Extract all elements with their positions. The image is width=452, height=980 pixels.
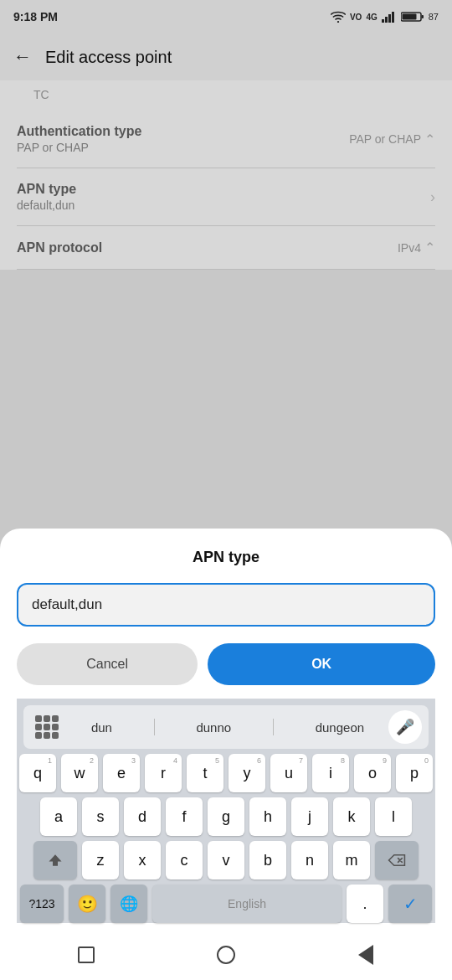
key-num-2: 2 <box>90 756 94 765</box>
status-icons: VO 4G 87 <box>331 11 439 23</box>
key-z[interactable]: z <box>82 841 119 879</box>
suggestion-dungeon[interactable]: dungeon <box>309 719 371 736</box>
partial-row: TC <box>17 80 435 111</box>
key-d[interactable]: d <box>124 797 161 836</box>
apn-type-row: APN type default,dun › <box>17 168 435 226</box>
keyboard: dun dunno dungeon 🎤 1 q 2 w 3 e <box>17 699 435 923</box>
mic-button[interactable]: 🎤 <box>388 710 422 744</box>
space-label: English <box>228 897 266 910</box>
delete-key[interactable] <box>375 841 419 879</box>
key-o[interactable]: 9 o <box>354 754 391 792</box>
svg-point-0 <box>337 21 339 23</box>
ok-button[interactable]: OK <box>208 643 435 685</box>
key-y[interactable]: 6 y <box>229 754 265 792</box>
key-r[interactable]: 4 r <box>145 754 182 792</box>
key-b[interactable]: b <box>249 841 286 879</box>
shift-key[interactable] <box>33 841 77 879</box>
recents-button[interactable] <box>69 938 103 972</box>
backspace-icon <box>388 854 406 867</box>
key-i[interactable]: 8 i <box>312 754 349 792</box>
wifi-icon <box>331 11 346 23</box>
suggestion-divider-1 <box>154 719 155 735</box>
key-c[interactable]: c <box>166 841 203 879</box>
keyboard-grid-button[interactable] <box>27 715 67 739</box>
key-h[interactable]: h <box>249 797 286 836</box>
back-nav-icon <box>358 945 373 965</box>
dialog-sheet: APN type Cancel OK dun dunno dungeon <box>0 529 452 980</box>
auth-type-row: Authentication type PAP or CHAP PAP or C… <box>17 111 435 168</box>
key-g[interactable]: g <box>208 797 244 836</box>
key-num-1: 1 <box>48 756 52 765</box>
key-f[interactable]: f <box>166 797 203 836</box>
partial-label: TC <box>33 88 49 101</box>
recents-icon <box>78 946 95 963</box>
key-k[interactable]: k <box>333 797 370 836</box>
apn-type-input[interactable] <box>32 596 420 613</box>
suggestion-items: dun dunno dungeon <box>67 719 388 736</box>
key-u[interactable]: 7 u <box>270 754 307 792</box>
svg-rect-2 <box>385 17 388 23</box>
key-num-9: 9 <box>383 756 387 765</box>
apn-protocol-row: APN protocol IPv4 ⌃ <box>17 226 435 270</box>
page-title: Edit access point <box>45 48 172 67</box>
apn-protocol-chevron-icon: ⌃ <box>424 240 435 255</box>
key-m[interactable]: m <box>333 841 370 879</box>
key-e[interactable]: 3 e <box>103 754 140 792</box>
key-num-6: 6 <box>257 756 261 765</box>
home-button[interactable] <box>209 938 243 972</box>
key-t[interactable]: 5 t <box>187 754 223 792</box>
suggestion-divider-2 <box>273 719 274 735</box>
emoji-icon: 🙂 <box>77 894 98 914</box>
svg-rect-4 <box>392 12 394 23</box>
key-v[interactable]: v <box>208 841 244 879</box>
key-a[interactable]: a <box>40 797 77 836</box>
status-bar: 9:18 PM VO 4G 87 <box>0 0 452 34</box>
auth-type-value: PAP or CHAP ⌃ <box>349 132 435 147</box>
back-button[interactable]: ← <box>13 46 32 68</box>
key-n[interactable]: n <box>291 841 328 879</box>
key-row-3: z x c v b n m <box>20 841 432 879</box>
space-key[interactable]: English <box>152 885 342 923</box>
checkmark-icon: ✓ <box>403 894 418 914</box>
back-nav-button[interactable] <box>349 938 383 972</box>
key-w[interactable]: 2 w <box>61 754 98 792</box>
suggestion-dun[interactable]: dun <box>85 719 119 736</box>
key-num-5: 5 <box>215 756 219 765</box>
apn-protocol-label: APN protocol <box>17 240 102 255</box>
key-j[interactable]: j <box>291 797 328 836</box>
grid-icon <box>35 715 59 739</box>
key-x[interactable]: x <box>124 841 161 879</box>
key-num-3: 3 <box>131 756 136 765</box>
dialog-input-wrapper[interactable] <box>17 583 435 627</box>
top-nav: ← Edit access point <box>0 34 452 80</box>
home-icon <box>217 946 235 964</box>
key-q[interactable]: 1 q <box>19 754 56 792</box>
bg-content: TC Authentication type PAP or CHAP PAP o… <box>0 80 452 270</box>
apn-type-arrow: › <box>430 188 435 206</box>
dialog-buttons: Cancel OK <box>17 643 435 685</box>
emoji-key[interactable]: 🙂 <box>69 885 105 923</box>
key-row-4: ?123 🙂 🌐 English . ✓ <box>20 885 432 923</box>
key-l[interactable]: l <box>375 797 412 836</box>
apn-type-sublabel: default,dun <box>17 199 76 212</box>
enter-key[interactable]: ✓ <box>388 885 432 923</box>
key-s[interactable]: s <box>82 797 119 836</box>
apn-type-label: APN type <box>17 182 76 197</box>
key-row-2: a s d f g h j k l <box>20 797 432 836</box>
suggestions-row: dun dunno dungeon 🎤 <box>23 705 429 749</box>
svg-rect-3 <box>388 14 391 23</box>
svg-rect-1 <box>382 19 384 23</box>
key-num-0: 0 <box>424 756 429 765</box>
globe-key[interactable]: 🌐 <box>110 885 147 923</box>
num-switch-label: ?123 <box>28 897 54 910</box>
battery-level: 87 <box>429 12 439 22</box>
suggestion-dunno[interactable]: dunno <box>189 719 238 736</box>
period-key[interactable]: . <box>347 885 383 923</box>
num-switch-key[interactable]: ?123 <box>20 885 64 923</box>
svg-rect-6 <box>421 15 424 18</box>
globe-icon: 🌐 <box>120 895 138 913</box>
key-row-1: 1 q 2 w 3 e 4 r 5 t 6 y <box>20 754 432 792</box>
key-p[interactable]: 0 p <box>396 754 433 792</box>
apn-protocol-value: IPv4 ⌃ <box>398 240 435 255</box>
cancel-button[interactable]: Cancel <box>17 643 198 685</box>
